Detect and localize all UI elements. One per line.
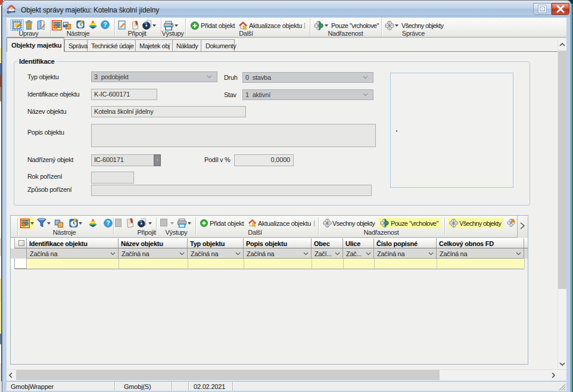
svg-text:?: ? <box>106 219 110 226</box>
svg-text:?: ? <box>103 21 107 28</box>
